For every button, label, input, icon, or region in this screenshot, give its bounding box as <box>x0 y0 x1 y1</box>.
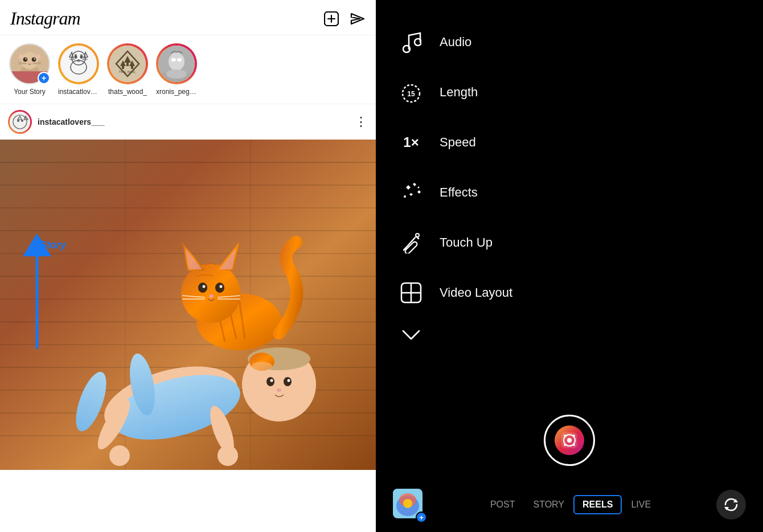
xronis-pegk-avatar-wrapper <box>156 43 197 84</box>
svg-point-12 <box>25 58 26 59</box>
capture-area <box>376 403 763 483</box>
svg-point-102 <box>252 362 272 371</box>
svg-point-26 <box>75 55 77 59</box>
story-annotation-label: Story <box>40 239 66 251</box>
svg-point-28 <box>78 59 80 60</box>
bottom-nav: + POST STORY REELS LIVE <box>376 483 763 532</box>
stories-row: + Your Story <box>0 35 376 104</box>
speed-icon: 1× <box>399 130 424 155</box>
tab-live[interactable]: LIVE <box>622 495 660 514</box>
svg-point-93 <box>215 283 224 293</box>
instacatlovers-avatar <box>60 46 97 82</box>
post-avatar <box>10 112 30 132</box>
capture-button[interactable] <box>544 415 595 466</box>
left-panel: Instagram <box>0 0 376 532</box>
svg-point-94 <box>203 285 206 288</box>
header-icons <box>323 11 366 27</box>
tab-post[interactable]: POST <box>481 495 524 514</box>
effects-icon <box>399 180 424 205</box>
svg-point-96 <box>209 294 214 298</box>
right-panel: Audio 15 Length 1× Speed <box>376 0 763 532</box>
audio-option[interactable]: Audio <box>399 17 740 67</box>
tab-reels[interactable]: REELS <box>573 495 622 514</box>
post-more-button[interactable]: ⋮ <box>355 116 368 128</box>
svg-point-80 <box>218 445 238 466</box>
music-note-icon <box>399 30 424 55</box>
app-header: Instagram <box>0 0 376 35</box>
svg-text:15: 15 <box>407 90 415 98</box>
svg-rect-36 <box>126 63 129 66</box>
svg-point-50 <box>17 120 19 122</box>
flip-camera-button[interactable] <box>716 490 746 519</box>
story-item-your-story[interactable]: + Your Story <box>9 43 50 96</box>
direct-message-button[interactable] <box>350 11 366 27</box>
post-image: Story <box>0 140 376 470</box>
speed-value: 1× <box>403 134 419 150</box>
svg-point-109 <box>404 195 406 198</box>
audio-label: Audio <box>440 35 471 50</box>
svg-text:Thats_Wood_: Thats_Wood_ <box>118 70 136 73</box>
timer-icon: 15 <box>399 80 424 105</box>
svg-point-79 <box>109 445 130 466</box>
blue-arrow-annotation <box>17 234 57 359</box>
app-logo: Instagram <box>10 8 80 29</box>
svg-point-73 <box>284 377 292 386</box>
tab-story[interactable]: STORY <box>524 495 573 514</box>
video-layout-option[interactable]: Video Layout <box>399 268 740 318</box>
your-story-label: Your Story <box>14 88 46 96</box>
svg-point-10 <box>23 58 28 62</box>
story-item-instacatlovers[interactable]: instacatlovers... <box>58 43 99 96</box>
svg-point-123 <box>564 444 566 446</box>
svg-point-51 <box>21 120 23 122</box>
capture-button-inner <box>548 419 590 461</box>
add-story-plus[interactable]: + <box>38 72 50 84</box>
effects-option[interactable]: Effects <box>399 167 740 218</box>
reels-capture-icon <box>555 425 584 455</box>
svg-point-43 <box>177 58 182 62</box>
instacatlovers-avatar-wrapper <box>58 43 99 84</box>
touchup-icon <box>399 230 424 255</box>
svg-point-41 <box>169 52 184 71</box>
svg-point-74 <box>270 379 273 382</box>
thats-wood-label: thats_wood_ <box>108 88 147 96</box>
svg-point-120 <box>567 438 572 443</box>
svg-rect-20 <box>10 71 32 83</box>
touchup-label: Touch Up <box>440 235 493 250</box>
svg-point-72 <box>266 377 274 386</box>
svg-rect-37 <box>122 66 124 69</box>
story-item-thats-wood[interactable]: Thats_Wood_ thats_wood_ <box>107 43 148 96</box>
story-item-xronis-pegk[interactable]: xronis_pegk_... <box>156 43 197 96</box>
length-option[interactable]: 15 Length <box>399 67 740 117</box>
svg-point-128 <box>403 499 412 508</box>
svg-line-114 <box>405 238 415 249</box>
svg-point-110 <box>418 187 420 189</box>
add-post-button[interactable] <box>323 11 339 27</box>
speed-option[interactable]: 1× Speed <box>399 117 740 167</box>
touchup-option[interactable]: Touch Up <box>399 218 740 268</box>
reels-options-list: Audio 15 Length 1× Speed <box>376 0 763 403</box>
svg-rect-38 <box>131 66 133 69</box>
svg-point-121 <box>564 435 566 437</box>
xronis-pegk-label: xronis_pegk_... <box>156 88 197 96</box>
post-username: instacatlovers___ <box>38 117 349 126</box>
svg-point-95 <box>220 285 223 288</box>
svg-point-42 <box>171 58 176 62</box>
instacatlovers-label: instacatlovers... <box>58 88 99 96</box>
svg-point-113 <box>416 234 419 237</box>
xronis-pegk-avatar <box>158 46 195 82</box>
thats-wood-avatar-wrapper: Thats_Wood_ <box>107 43 148 84</box>
nav-tabs: POST STORY REELS LIVE <box>481 495 660 514</box>
thats-wood-avatar: Thats_Wood_ <box>109 46 146 82</box>
effects-label: Effects <box>440 185 478 200</box>
svg-point-14 <box>28 62 31 64</box>
your-story-avatar-wrapper: + <box>9 43 50 84</box>
gallery-add-button[interactable]: + <box>416 511 427 523</box>
post-avatar-ring <box>8 110 32 134</box>
chevron-down-button[interactable] <box>399 322 424 347</box>
svg-point-13 <box>34 58 35 59</box>
svg-point-124 <box>573 444 575 446</box>
svg-point-76 <box>277 388 281 392</box>
layout-icon <box>399 280 424 305</box>
svg-point-122 <box>573 435 575 437</box>
gallery-thumbnail[interactable]: + <box>393 489 425 521</box>
